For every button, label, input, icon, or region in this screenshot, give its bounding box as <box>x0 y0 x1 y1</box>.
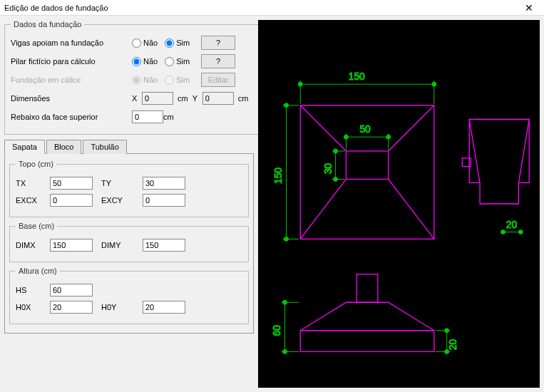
dim-x-unit: cm <box>178 94 188 103</box>
dim-y-unit: cm <box>238 94 249 103</box>
dim-x-input <box>142 92 173 105</box>
rebaixo-unit: cm <box>163 113 174 121</box>
tabs: Sapata Bloco Tubulão <box>4 139 254 154</box>
svg-line-3 <box>389 105 434 151</box>
altura-group: Altura (cm) HS H0X H0Y <box>9 267 249 324</box>
form-pane: Dados da fundação Vigas apoiam na fundaç… <box>0 16 258 392</box>
svg-line-2 <box>300 105 346 151</box>
ty-label: TY <box>101 179 143 187</box>
row-dimensoes: Dimensões X cm Y cm <box>11 90 252 107</box>
dim-150-top: 150 <box>349 71 365 82</box>
calice-label: Fundação em cálice <box>11 76 132 84</box>
dim-20-elev: 20 <box>447 339 458 351</box>
excy-input[interactable] <box>143 194 185 207</box>
h0y-label: H0Y <box>101 303 143 311</box>
titlebar: Edição de dados de fundação ✕ <box>0 0 544 16</box>
dim-label: Dimensões <box>11 94 132 103</box>
dim-20-right: 20 <box>506 219 518 230</box>
dimy-label: DIMY <box>101 241 143 249</box>
dim-x-label: X <box>132 94 142 103</box>
svg-rect-1 <box>346 151 388 180</box>
dim-y-label: Y <box>193 94 202 103</box>
vigas-label: Vigas apoiam na fundação <box>11 38 132 47</box>
pilar-sim[interactable]: Sim <box>165 57 190 66</box>
hs-label: HS <box>16 286 50 294</box>
excx-label: EXCX <box>16 196 50 205</box>
tab-tubulao[interactable]: Tubulão <box>83 140 126 154</box>
dim-60: 60 <box>271 325 282 336</box>
tab-sapata[interactable]: Sapata <box>4 140 45 154</box>
tab-bloco[interactable]: Bloco <box>46 140 82 154</box>
dimy-input[interactable] <box>143 239 185 252</box>
svg-point-33 <box>518 230 523 234</box>
h0x-label: H0X <box>16 303 50 311</box>
dimx-input[interactable] <box>50 239 93 252</box>
row-vigas: Vigas apoiam na fundação Não Sim ? <box>11 34 252 51</box>
topo-legend: Topo (cm) <box>16 160 56 168</box>
svg-rect-10 <box>356 274 378 303</box>
row-rebaixo: Rebaixo da face superior cm <box>11 108 252 125</box>
row-pilar: Pilar fictício para cálculo Não Sim ? <box>11 53 252 70</box>
svg-line-5 <box>389 179 434 239</box>
hs-input[interactable] <box>50 284 93 296</box>
h0y-input[interactable] <box>143 301 185 314</box>
vigas-nao[interactable]: Não <box>132 38 158 48</box>
excx-input[interactable] <box>50 194 93 207</box>
svg-point-32 <box>501 230 505 234</box>
dim-30: 30 <box>322 163 334 175</box>
ty-input[interactable] <box>143 177 185 190</box>
pilar-help-button[interactable]: ? <box>201 54 235 68</box>
calice-sim: Sim <box>165 76 190 85</box>
dim-y-input <box>202 92 234 105</box>
svg-line-4 <box>300 179 346 239</box>
close-icon[interactable]: ✕ <box>518 2 540 14</box>
window-title: Edição de dados de fundação <box>4 4 108 12</box>
tab-body: Topo (cm) TX TY EXCX EXCY Base (cm) DIMX <box>4 154 254 334</box>
svg-line-7 <box>518 120 529 183</box>
calice-editar-button: Editar <box>201 73 235 87</box>
topo-group: Topo (cm) TX TY EXCX EXCY <box>9 160 249 217</box>
vigas-sim[interactable]: Sim <box>165 38 190 48</box>
rebaixo-label: Rebaixo da face superior <box>11 113 132 121</box>
dim-50: 50 <box>359 123 371 135</box>
tx-input[interactable] <box>50 177 93 190</box>
svg-line-6 <box>469 120 480 183</box>
base-group: Base (cm) DIMX DIMY <box>9 222 249 262</box>
vigas-help-button[interactable]: ? <box>201 36 235 50</box>
excy-label: EXCY <box>101 196 143 205</box>
rebaixo-input[interactable] <box>132 110 163 123</box>
dim-150-left: 150 <box>272 167 284 184</box>
dados-fundacao-group: Dados da fundação Vigas apoiam na fundaç… <box>4 20 259 135</box>
dados-legend: Dados da fundação <box>11 20 84 29</box>
tx-label: TX <box>16 179 50 187</box>
row-calice: Fundação em cálice Não Sim Editar <box>11 71 252 88</box>
cad-canvas: 150 50 30 150 20 <box>258 20 540 388</box>
pilar-label: Pilar fictício para cálculo <box>11 57 132 66</box>
pilar-nao[interactable]: Não <box>132 57 158 66</box>
altura-legend: Altura (cm) <box>16 267 60 275</box>
base-legend: Base (cm) <box>16 222 57 230</box>
calice-nao: Não <box>132 76 158 85</box>
h0x-input[interactable] <box>50 301 93 314</box>
dimx-label: DIMX <box>16 241 50 249</box>
